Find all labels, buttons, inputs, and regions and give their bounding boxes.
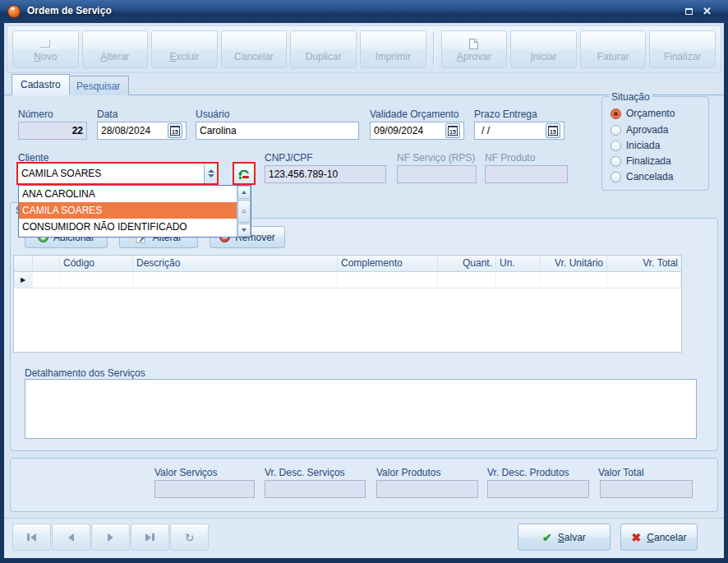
nf-servico-label: NF Serviço (RPS) bbox=[397, 152, 475, 164]
cliente-combobox[interactable]: CAMILA SOARES bbox=[18, 164, 217, 183]
alterar-button[interactable]: Alterar bbox=[82, 30, 149, 68]
detalhamento-label: Detalhamento dos Serviços bbox=[25, 367, 145, 379]
dropdown-item[interactable]: CONSUMIDOR NÃO IDENTIFICADO bbox=[19, 219, 237, 235]
close-icon: ✕ bbox=[703, 5, 712, 17]
grid-header-codigo[interactable]: Código bbox=[60, 256, 133, 271]
grid-header-indicator bbox=[14, 256, 33, 271]
nav-next-button[interactable] bbox=[91, 524, 130, 551]
grid-header: Código Descrição Complemento Quant. Un. … bbox=[14, 256, 681, 272]
radio-icon bbox=[611, 172, 621, 182]
calendar-icon: 15 bbox=[548, 126, 558, 136]
radio-icon bbox=[611, 141, 621, 151]
combo-spinner[interactable] bbox=[204, 164, 217, 183]
numero-field: 22 bbox=[18, 122, 87, 140]
nf-produto-field bbox=[485, 165, 568, 183]
numero-label: Número bbox=[18, 108, 53, 120]
scroll-up-icon[interactable] bbox=[237, 186, 251, 199]
radio-icon bbox=[611, 125, 621, 136]
nf-produto-label: NF Produto bbox=[485, 152, 535, 164]
data-label: Data bbox=[97, 108, 117, 120]
calendar-icon: 15 bbox=[170, 126, 180, 136]
situacao-group: Situação Orçamento Aprovada Iniciada Fin… bbox=[601, 96, 709, 191]
iniciar-button[interactable]: Iniciar bbox=[510, 30, 577, 68]
radio-icon bbox=[611, 156, 621, 167]
document-icon bbox=[469, 36, 478, 51]
excluir-button[interactable]: Excluir bbox=[151, 30, 218, 68]
valor-produtos-label: Valor Produtos bbox=[376, 467, 441, 478]
novo-button[interactable]: Novo bbox=[12, 30, 79, 68]
valor-total-field bbox=[600, 480, 693, 498]
dropdown-scrollbar[interactable]: ≡ bbox=[237, 186, 251, 237]
salvar-button[interactable]: ✔ Salvar bbox=[518, 524, 611, 551]
cliente-lookup-highlight bbox=[233, 162, 256, 185]
grid-header-vr-unitario[interactable]: Vr. Unitário bbox=[541, 256, 607, 271]
last-record-icon bbox=[145, 533, 154, 542]
data-field[interactable]: 28/08/2024 15 bbox=[97, 122, 187, 140]
cliente-dropdown-list: ANA CAROLINA CAMILA SOARES CONSUMIDOR NÃ… bbox=[18, 185, 251, 238]
app-icon bbox=[7, 5, 21, 18]
main-toolbar: Novo Alterar Excluir Cancelar Duplicar I… bbox=[7, 25, 721, 73]
calendar-button[interactable]: 15 bbox=[546, 123, 560, 138]
table-row[interactable]: ▶ bbox=[14, 272, 681, 288]
calendar-icon: 15 bbox=[448, 126, 458, 136]
nav-refresh-button[interactable]: ↻ bbox=[170, 524, 209, 551]
detalhamento-textarea[interactable] bbox=[25, 379, 697, 439]
valor-servicos-field bbox=[154, 480, 255, 498]
radio-finalizada[interactable]: Finalizada bbox=[611, 155, 671, 167]
dropdown-item[interactable]: ANA CAROLINA bbox=[19, 186, 237, 202]
grid-header-vr-total[interactable]: Vr. Total bbox=[607, 256, 681, 271]
prazo-field[interactable]: / / 15 bbox=[474, 122, 564, 140]
calendar-button[interactable]: 15 bbox=[168, 123, 182, 138]
close-button[interactable]: ✕ bbox=[701, 7, 713, 17]
dropdown-item-selected[interactable]: CAMILA SOARES bbox=[19, 202, 237, 219]
radio-cancelada[interactable]: Cancelada bbox=[611, 171, 673, 182]
validade-label: Validade Orçamento bbox=[370, 108, 459, 120]
cancelar-button[interactable]: ✖ Cancelar bbox=[620, 524, 698, 551]
cliente-lookup-button[interactable] bbox=[234, 164, 254, 183]
radio-iniciada[interactable]: Iniciada bbox=[611, 140, 660, 151]
grid-header-descricao[interactable]: Descrição bbox=[133, 256, 338, 271]
grid-header-un[interactable]: Un. bbox=[496, 256, 541, 271]
vr-desc-servicos-field bbox=[265, 480, 366, 498]
radio-orcamento[interactable]: Orçamento bbox=[611, 108, 675, 119]
imprimir-button[interactable]: Imprimir bbox=[360, 30, 426, 68]
valor-total-label: Valor Total bbox=[598, 467, 644, 478]
nav-prev-button[interactable] bbox=[52, 524, 90, 551]
valor-servicos-label: Valor Serviços bbox=[154, 467, 217, 478]
calendar-button[interactable]: 15 bbox=[445, 123, 460, 138]
window-title: Ordem de Serviço bbox=[27, 5, 112, 16]
next-record-icon bbox=[108, 533, 113, 542]
aprovar-button[interactable]: Aprovar bbox=[441, 30, 508, 68]
ordem-de-servico-window: Ordem de Serviço ✕ Novo Alterar Excluir … bbox=[0, 0, 728, 563]
titlebar: Ordem de Serviço ✕ bbox=[0, 0, 728, 23]
first-record-icon bbox=[27, 533, 36, 542]
duplicar-button[interactable]: Duplicar bbox=[290, 30, 357, 68]
usuario-field[interactable]: Carolina bbox=[196, 122, 359, 140]
tab-cadastro[interactable]: Cadastro bbox=[12, 74, 70, 95]
radio-selected-icon bbox=[611, 108, 621, 119]
cnpj-label: CNPJ/CPF bbox=[265, 152, 313, 164]
spin-down-icon bbox=[208, 174, 214, 178]
faturar-button[interactable]: Faturar bbox=[580, 30, 647, 68]
grid-header-quant[interactable]: Quant. bbox=[438, 256, 496, 271]
scrollbar-thumb[interactable]: ≡ bbox=[237, 200, 251, 223]
maximize-button[interactable] bbox=[683, 7, 695, 17]
grid-header-blank[interactable] bbox=[33, 256, 60, 271]
situacao-legend: Situação bbox=[609, 91, 652, 103]
nav-last-button[interactable] bbox=[131, 524, 169, 551]
tab-pesquisar[interactable]: Pesquisar bbox=[67, 76, 129, 95]
row-indicator-icon: ▶ bbox=[14, 272, 33, 288]
radio-aprovada[interactable]: Aprovada bbox=[611, 124, 668, 136]
cliente-combo-highlight: CAMILA SOARES bbox=[16, 162, 219, 185]
items-grid: Código Descrição Complemento Quant. Un. … bbox=[13, 255, 682, 353]
cancelar-toolbar-button[interactable]: Cancelar bbox=[221, 30, 288, 68]
prazo-label: Prazo Entrega bbox=[474, 108, 537, 120]
finalizar-button[interactable]: Finalizar bbox=[649, 30, 716, 68]
grid-header-complemento[interactable]: Complemento bbox=[338, 256, 438, 271]
nav-first-button[interactable] bbox=[12, 524, 51, 551]
toolbar-separator bbox=[433, 32, 435, 67]
check-icon: ✔ bbox=[542, 531, 552, 544]
validade-field[interactable]: 09/09/2024 15 bbox=[370, 122, 464, 140]
prev-record-icon bbox=[68, 533, 74, 542]
scroll-down-icon[interactable] bbox=[237, 224, 251, 237]
